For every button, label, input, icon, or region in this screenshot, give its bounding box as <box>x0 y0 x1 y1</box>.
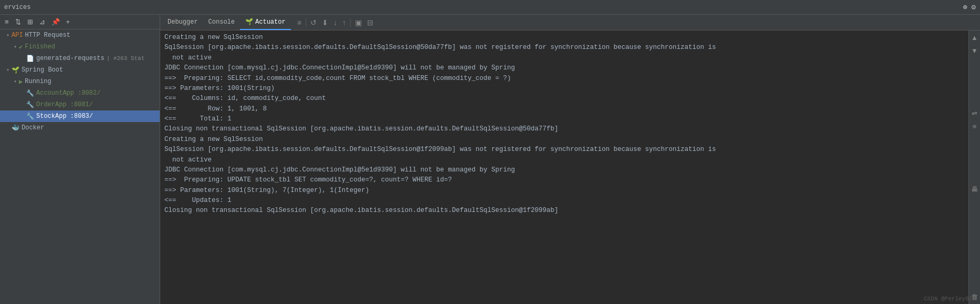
actuator-icon: 🌱 <box>245 18 253 26</box>
log-output[interactable]: Creating a new SqlSessionSqlSession [org… <box>160 31 968 304</box>
whale-icon: 🐳 <box>12 124 19 132</box>
title-bar: ervices ⊕ ⚙ <box>0 0 980 15</box>
stock-app-label: StockApp :8083/ <box>36 113 93 120</box>
log-line: ==> Parameters: 1001(String) <box>164 84 964 94</box>
log-line: JDBC Connection [com.mysql.cj.jdbc.Conne… <box>164 63 964 73</box>
arrow-icon: ▾ <box>4 67 12 73</box>
gear-icon[interactable]: ⚙ <box>972 3 976 12</box>
log-line: JDBC Connection [com.mysql.cj.jdbc.Conne… <box>164 165 964 175</box>
log-line: not active <box>164 53 964 63</box>
generated-requests-label: generated-requests <box>36 55 105 62</box>
api-icon: API <box>12 32 23 39</box>
main-layout: ≡ ⇅ ⊞ ⊿ 📌 + ▾ API HTTP Request ▾ ✔ Finis… <box>0 15 980 304</box>
running-label: Running <box>25 78 51 85</box>
app-icon: 🔧 <box>26 89 34 97</box>
watermark-text: CSDN @Perley620 <box>924 296 976 302</box>
log-line: Creating a new SqlSession <box>164 33 964 43</box>
resume-button[interactable]: ↺ <box>308 17 319 28</box>
check-icon: ✔ <box>19 43 23 51</box>
content-tabs: Debugger Console 🌱 Actuator ≡ ↺ ⬇ ↓ ↑ ▣ … <box>160 15 980 31</box>
tree-item-generated-requests[interactable]: 📄 generated-requests | #263 Stat <box>0 53 160 64</box>
tree-item-spring-boot[interactable]: ▾ 🌱 Spring Boot <box>0 64 160 76</box>
filter-button[interactable]: ⊿ <box>37 17 48 27</box>
globe-icon[interactable]: ⊕ <box>963 3 967 12</box>
play-icon: ▶ <box>19 78 23 86</box>
log-line: ==> Preparing: UPDATE stock_tbl SET comm… <box>164 175 964 185</box>
expand-button[interactable]: ⇅ <box>13 17 24 27</box>
docker-label: Docker <box>22 124 44 131</box>
leaf-icon: 🌱 <box>12 66 19 74</box>
http-request-label: HTTP Request <box>25 32 70 39</box>
toolbar-divider <box>350 18 351 27</box>
arrow-icon: ▾ <box>12 44 19 50</box>
order-app-label: OrderApp :8081/ <box>36 101 93 108</box>
title-bar-right: ⊕ ⚙ <box>963 3 976 12</box>
watermark: CSDN @Perley620 <box>924 296 976 302</box>
tab-actuator[interactable]: 🌱 Actuator <box>240 15 291 30</box>
log-line: ==> Preparing: SELECT id,commodity_code,… <box>164 74 964 84</box>
log-line: <== Columns: id, commodity_code, count <box>164 94 964 104</box>
scroll-up-button[interactable]: ▲ <box>970 33 979 43</box>
rerun-button[interactable]: ▣ <box>353 17 364 28</box>
print-button[interactable]: 🖶 <box>970 184 979 194</box>
tree-item-order-app[interactable]: 🔧 OrderApp :8081/ <box>0 99 160 110</box>
tree: ▾ API HTTP Request ▾ ✔ Finished 📄 genera… <box>0 29 160 134</box>
app-icon: 🔧 <box>26 113 34 120</box>
log-line: SqlSession [org.apache.ibatis.session.de… <box>164 145 964 155</box>
add-button[interactable]: + <box>64 17 73 27</box>
tab-console[interactable]: Console <box>203 15 240 30</box>
scroll-down-button[interactable]: ▼ <box>970 46 979 56</box>
log-line: ==> Parameters: 1001(String), 7(Integer)… <box>164 186 964 196</box>
soft-wrap-button[interactable]: ⇌ <box>971 108 978 118</box>
log-line: Creating a new SqlSession <box>164 135 964 145</box>
tab-console-label: Console <box>208 18 235 26</box>
sidebar: ≡ ⇅ ⊞ ⊿ 📌 + ▾ API HTTP Request ▾ ✔ Finis… <box>0 15 160 304</box>
log-area: Creating a new SqlSessionSqlSession [org… <box>160 31 980 304</box>
arrow-icon: ▾ <box>4 32 12 38</box>
tree-item-http-request[interactable]: ▾ API HTTP Request <box>0 29 160 41</box>
title-bar-left: ervices <box>4 4 30 11</box>
log-line: <== Updates: 1 <box>164 196 964 206</box>
app-icon: 🔧 <box>26 101 34 109</box>
log-line: <== Total: 1 <box>164 114 964 124</box>
arrow-icon: ▾ <box>12 78 19 85</box>
tree-item-finished[interactable]: ▾ ✔ Finished <box>0 41 160 53</box>
step-over-button[interactable]: ⬇ <box>320 17 330 28</box>
tab-actuator-label: Actuator <box>255 18 286 26</box>
tab-debugger-label: Debugger <box>168 18 198 26</box>
tree-item-running[interactable]: ▾ ▶ Running <box>0 76 160 87</box>
log-line: Closing non transactional SqlSession [or… <box>164 124 964 134</box>
hard-wrap-button[interactable]: ≡ <box>972 121 978 131</box>
tab-debugger[interactable]: Debugger <box>162 15 203 30</box>
file-icon: 📄 <box>26 55 34 63</box>
right-mini-toolbar: ▲ ▼ ⇌ ≡ 🖶 🗑 <box>968 31 980 304</box>
tree-item-docker[interactable]: 🐳 Docker <box>0 122 160 134</box>
log-line: not active <box>164 155 964 165</box>
tree-item-account-app[interactable]: 🔧 AccountApp :8082/ <box>0 87 160 99</box>
collapse-all-button[interactable]: ≡ <box>2 17 12 27</box>
pin-button[interactable]: 📌 <box>49 17 62 27</box>
log-line: <== Row: 1, 1001, 8 <box>164 104 964 114</box>
tree-item-stock-app[interactable]: 🔧 StockApp :8083/ <box>0 110 160 122</box>
step-into-button[interactable]: ↓ <box>331 17 339 28</box>
menu-toolbar-button[interactable]: ≡ <box>295 17 304 28</box>
group-button[interactable]: ⊞ <box>25 17 36 27</box>
generated-requests-badge: | #263 Stat <box>107 55 145 62</box>
log-line: SqlSession [org.apache.ibatis.session.de… <box>164 43 964 53</box>
log-line: Closing non transactional SqlSession [or… <box>164 206 964 216</box>
step-out-button[interactable]: ↑ <box>340 17 348 28</box>
title-text: ervices <box>4 4 30 11</box>
sidebar-toolbar: ≡ ⇅ ⊞ ⊿ 📌 + <box>0 15 160 29</box>
account-app-label: AccountApp :8082/ <box>36 89 100 97</box>
stop-button[interactable]: ⊟ <box>365 17 376 28</box>
toolbar-divider <box>306 18 306 27</box>
finished-label: Finished <box>25 43 55 50</box>
spring-boot-label: Spring Boot <box>22 66 63 74</box>
content-area: Debugger Console 🌱 Actuator ≡ ↺ ⬇ ↓ ↑ ▣ … <box>160 15 980 304</box>
